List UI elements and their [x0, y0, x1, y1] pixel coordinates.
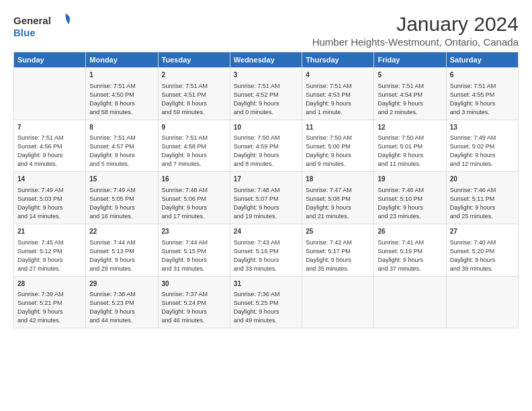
- cell-text: Sunrise: 7:44 AM: [162, 238, 226, 247]
- cell-text: and 14 minutes.: [17, 212, 82, 221]
- cell-text: Sunrise: 7:48 AM: [162, 186, 226, 195]
- cell-text: and 39 minutes.: [450, 265, 515, 273]
- day-number: 26: [378, 227, 442, 237]
- day-number: 30: [162, 279, 226, 289]
- day-number: 14: [17, 175, 82, 185]
- cell-w1-d6: 5Sunrise: 7:51 AMSunset: 4:54 PMDaylight…: [374, 68, 446, 120]
- cell-text: Sunrise: 7:37 AM: [162, 290, 226, 299]
- cell-text: Sunset: 4:56 PM: [17, 142, 82, 151]
- cell-text: Sunset: 4:55 PM: [450, 91, 515, 99]
- cell-text: Sunset: 5:24 PM: [162, 299, 226, 308]
- cell-text: and 3 minutes.: [450, 108, 515, 117]
- header: General Blue January 2024 Humber Heights…: [13, 12, 519, 48]
- cell-text: Sunrise: 7:51 AM: [306, 82, 370, 91]
- cell-w4-d5: 25Sunrise: 7:42 AMSunset: 5:17 PMDayligh…: [302, 224, 374, 277]
- cell-text: Sunset: 5:01 PM: [378, 142, 442, 151]
- cell-text: Sunset: 5:13 PM: [89, 247, 154, 256]
- cell-text: and 46 minutes.: [162, 316, 226, 325]
- cell-text: Sunset: 5:12 PM: [17, 247, 82, 256]
- day-number: 17: [234, 175, 298, 185]
- day-number: 23: [162, 227, 226, 237]
- page: General Blue January 2024 Humber Heights…: [0, 0, 532, 411]
- cell-w1-d7: 6Sunrise: 7:51 AMSunset: 4:55 PMDaylight…: [446, 68, 518, 120]
- cell-text: Sunrise: 7:51 AM: [450, 82, 515, 91]
- cell-text: Sunset: 5:20 PM: [450, 247, 515, 256]
- cell-text: and 33 minutes.: [234, 265, 298, 273]
- cell-text: Sunset: 4:53 PM: [306, 91, 370, 99]
- calendar-body: 1Sunrise: 7:51 AMSunset: 4:50 PMDaylight…: [14, 68, 519, 328]
- cell-text: and 29 minutes.: [89, 265, 154, 273]
- cell-w2-d4: 10Sunrise: 7:50 AMSunset: 4:59 PMDayligh…: [230, 120, 302, 172]
- cell-text: Sunset: 4:50 PM: [89, 91, 154, 99]
- cell-w4-d7: 27Sunrise: 7:40 AMSunset: 5:20 PMDayligh…: [446, 224, 518, 277]
- cell-w3-d6: 19Sunrise: 7:46 AMSunset: 5:10 PMDayligh…: [374, 172, 446, 224]
- cell-text: Sunrise: 7:51 AM: [89, 134, 154, 142]
- cell-text: Sunrise: 7:51 AM: [162, 82, 226, 91]
- cell-w4-d3: 23Sunrise: 7:44 AMSunset: 5:15 PMDayligh…: [158, 224, 230, 277]
- cell-text: Daylight: 9 hours: [17, 151, 82, 160]
- cell-text: Daylight: 9 hours: [162, 151, 226, 160]
- cell-text: Sunrise: 7:50 AM: [234, 134, 298, 142]
- day-number: 19: [378, 175, 442, 185]
- cell-text: Sunset: 4:57 PM: [89, 142, 154, 151]
- cell-text: Sunrise: 7:43 AM: [234, 238, 298, 247]
- cell-text: Sunrise: 7:51 AM: [234, 82, 298, 91]
- cell-w1-d3: 2Sunrise: 7:51 AMSunset: 4:51 PMDaylight…: [158, 68, 230, 120]
- cell-text: and 17 minutes.: [162, 212, 226, 221]
- cell-text: Sunset: 5:19 PM: [378, 247, 442, 256]
- day-number: 1: [89, 71, 154, 81]
- cell-text: and 59 minutes.: [162, 108, 226, 117]
- cell-text: Daylight: 9 hours: [306, 151, 370, 160]
- cell-text: Sunset: 5:23 PM: [89, 299, 154, 308]
- cell-text: Daylight: 9 hours: [306, 256, 370, 265]
- cell-text: Daylight: 9 hours: [89, 203, 154, 212]
- cell-w4-d6: 26Sunrise: 7:41 AMSunset: 5:19 PMDayligh…: [374, 224, 446, 277]
- day-number: 28: [17, 279, 82, 289]
- col-wednesday: Wednesday: [230, 52, 302, 68]
- day-number: 20: [450, 175, 515, 185]
- cell-text: Daylight: 9 hours: [234, 99, 298, 108]
- week-row-1: 1Sunrise: 7:51 AMSunset: 4:50 PMDaylight…: [14, 68, 519, 120]
- cell-text: Daylight: 9 hours: [378, 151, 442, 160]
- cell-text: Sunrise: 7:47 AM: [306, 186, 370, 195]
- cell-text: Sunset: 5:21 PM: [17, 299, 82, 308]
- header-row: Sunday Monday Tuesday Wednesday Thursday…: [14, 52, 519, 68]
- cell-text: and 27 minutes.: [17, 265, 82, 273]
- cell-w2-d5: 11Sunrise: 7:50 AMSunset: 5:00 PMDayligh…: [302, 120, 374, 172]
- cell-w3-d7: 20Sunrise: 7:46 AMSunset: 5:11 PMDayligh…: [446, 172, 518, 224]
- col-sunday: Sunday: [14, 52, 86, 68]
- col-tuesday: Tuesday: [158, 52, 230, 68]
- cell-text: Daylight: 9 hours: [306, 99, 370, 108]
- day-number: 3: [234, 71, 298, 81]
- cell-text: and 7 minutes.: [162, 160, 226, 169]
- cell-text: Daylight: 9 hours: [378, 99, 442, 108]
- subtitle: Humber Heights-Westmount, Ontario, Canad…: [312, 36, 519, 48]
- day-number: 25: [306, 227, 370, 237]
- day-number: 18: [306, 175, 370, 185]
- cell-text: Daylight: 9 hours: [89, 256, 154, 265]
- cell-w2-d6: 12Sunrise: 7:50 AMSunset: 5:01 PMDayligh…: [374, 120, 446, 172]
- cell-text: and 0 minutes.: [234, 108, 298, 117]
- cell-w5-d5: [302, 276, 374, 328]
- cell-w5-d6: [374, 276, 446, 328]
- cell-text: Sunrise: 7:48 AM: [234, 186, 298, 195]
- day-number: 4: [306, 71, 370, 81]
- day-number: 6: [450, 71, 515, 81]
- cell-text: Sunrise: 7:41 AM: [378, 238, 442, 247]
- cell-w5-d3: 30Sunrise: 7:37 AMSunset: 5:24 PMDayligh…: [158, 276, 230, 328]
- cell-text: Sunrise: 7:49 AM: [17, 186, 82, 195]
- cell-w5-d1: 28Sunrise: 7:39 AMSunset: 5:21 PMDayligh…: [14, 276, 86, 328]
- cell-text: Sunrise: 7:51 AM: [162, 134, 226, 142]
- cell-text: Sunrise: 7:49 AM: [450, 134, 515, 142]
- cell-w2-d7: 13Sunrise: 7:49 AMSunset: 5:02 PMDayligh…: [446, 120, 518, 172]
- cell-text: Daylight: 9 hours: [234, 256, 298, 265]
- cell-w1-d1: [14, 68, 86, 120]
- cell-w1-d2: 1Sunrise: 7:51 AMSunset: 4:50 PMDaylight…: [86, 68, 158, 120]
- cell-text: and 42 minutes.: [17, 316, 82, 325]
- day-number: 9: [162, 123, 226, 133]
- cell-text: Sunrise: 7:50 AM: [378, 134, 442, 142]
- day-number: 7: [17, 123, 82, 133]
- cell-text: Sunrise: 7:51 AM: [89, 82, 154, 91]
- cell-text: Sunset: 4:59 PM: [234, 142, 298, 151]
- cell-text: and 31 minutes.: [162, 265, 226, 273]
